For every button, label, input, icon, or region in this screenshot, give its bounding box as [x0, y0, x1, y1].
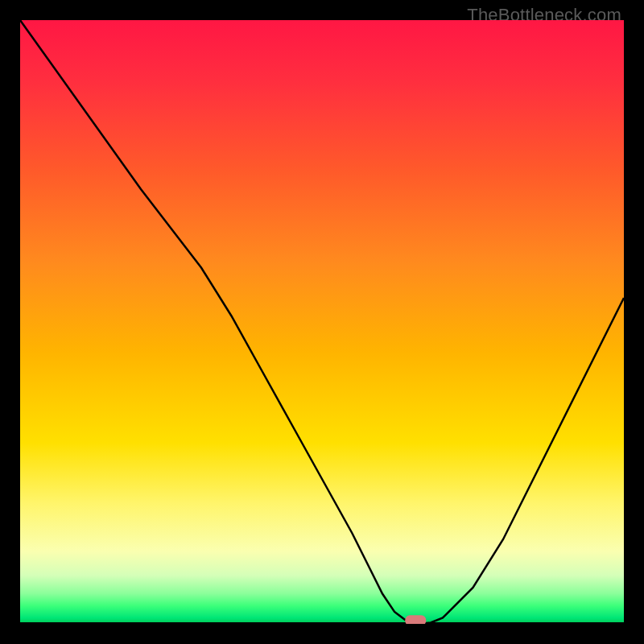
- chart-svg: [20, 20, 624, 624]
- gradient-background: [20, 20, 624, 624]
- plot-area: [20, 20, 624, 624]
- optimal-marker: [405, 615, 426, 624]
- chart-container: TheBottleneck.com: [0, 0, 644, 644]
